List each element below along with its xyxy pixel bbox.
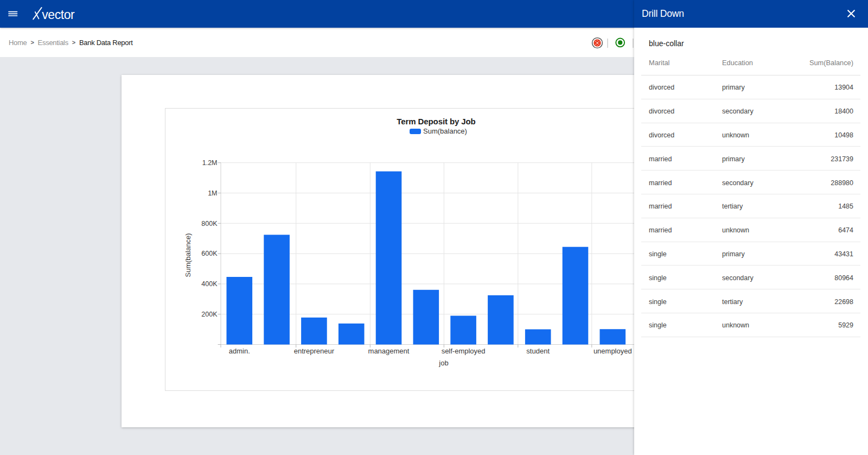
svg-text:200K: 200K	[201, 311, 218, 318]
svg-text:unemployed: unemployed	[593, 347, 632, 355]
svg-text:1M: 1M	[208, 189, 217, 197]
svg-text:admin.: admin.	[229, 347, 250, 355]
svg-text:student: student	[526, 347, 550, 355]
svg-text:self-employed: self-employed	[442, 347, 486, 355]
svg-text:Term Deposit by Job: Term Deposit by Job	[397, 117, 475, 126]
svg-text:Sum(balance): Sum(balance)	[184, 233, 192, 277]
svg-text:vector: vector	[42, 8, 75, 22]
svg-text:job: job	[438, 359, 448, 367]
svg-text:400K: 400K	[201, 280, 218, 288]
svg-text:Sum(balance): Sum(balance)	[423, 127, 467, 135]
svg-text:management: management	[368, 347, 410, 355]
svg-text:600K: 600K	[201, 250, 218, 257]
svg-text:800K: 800K	[201, 220, 218, 228]
svg-text:entrepreneur: entrepreneur	[294, 347, 335, 355]
svg-text:1.2M: 1.2M	[202, 159, 218, 167]
